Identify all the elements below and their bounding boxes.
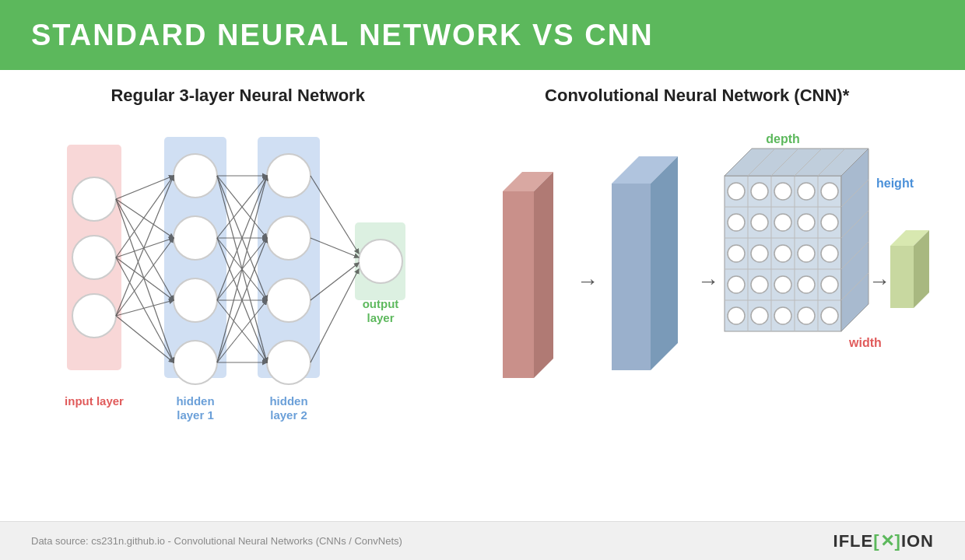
svg-point-79	[774, 214, 791, 231]
svg-text:width: width	[848, 336, 882, 349]
svg-text:→: →	[577, 269, 598, 293]
svg-point-90	[798, 276, 815, 293]
logo-bracket-close: ]	[895, 531, 901, 551]
header: STANDARD NEURAL NETWORK VS CNN	[0, 0, 965, 70]
svg-point-92	[728, 307, 745, 324]
svg-point-75	[798, 183, 815, 200]
svg-point-86	[821, 245, 838, 262]
svg-point-6	[72, 294, 116, 338]
nn-diagram: input layer hidden layer 1 hidden layer …	[44, 114, 433, 448]
svg-point-78	[751, 214, 768, 231]
svg-text:hidden: hidden	[269, 394, 307, 408]
svg-text:→: →	[868, 269, 890, 293]
cnn-diagram: → →	[464, 114, 931, 448]
svg-point-87	[728, 276, 745, 293]
svg-point-14	[267, 341, 311, 384]
svg-text:output: output	[362, 297, 398, 310]
svg-text:depth: depth	[766, 132, 800, 145]
svg-point-93	[751, 307, 768, 324]
logo-bracket-open: [	[873, 531, 879, 551]
svg-point-83	[751, 245, 768, 262]
svg-marker-103	[841, 149, 868, 331]
footer: Data source: cs231n.github.io - Convolut…	[0, 521, 965, 560]
svg-text:layer 2: layer 2	[270, 408, 307, 422]
svg-text:height: height	[876, 177, 914, 190]
right-section-title: Convolutional Neural Network (CNN)*	[545, 86, 849, 106]
svg-point-77	[728, 214, 745, 231]
svg-point-72	[728, 183, 745, 200]
svg-point-4	[72, 177, 116, 221]
svg-point-76	[821, 183, 838, 200]
svg-text:input layer: input layer	[65, 394, 124, 408]
left-section-title: Regular 3-layer Neural Network	[111, 86, 364, 106]
svg-point-88	[751, 276, 768, 293]
svg-text:layer: layer	[367, 311, 394, 324]
svg-marker-61	[651, 156, 678, 370]
svg-point-81	[821, 214, 838, 231]
svg-text:hidden: hidden	[176, 394, 214, 408]
svg-point-11	[267, 154, 311, 198]
svg-point-5	[72, 236, 116, 279]
svg-point-94	[774, 307, 791, 324]
svg-point-13	[267, 278, 311, 322]
svg-point-91	[821, 276, 838, 293]
svg-marker-55	[503, 191, 534, 378]
main-content: Regular 3-layer Neural Network	[0, 70, 965, 521]
svg-point-74	[774, 183, 791, 200]
svg-point-10	[174, 341, 217, 384]
svg-point-8	[174, 216, 217, 260]
svg-point-73	[751, 183, 768, 200]
svg-point-95	[798, 307, 815, 324]
svg-point-96	[821, 307, 838, 324]
page-title: STANDARD NEURAL NETWORK VS CNN	[31, 19, 654, 52]
svg-text:→: →	[697, 269, 719, 293]
svg-point-85	[798, 245, 815, 262]
left-panel: Regular 3-layer Neural Network	[23, 86, 452, 513]
svg-point-7	[174, 154, 217, 198]
svg-point-15	[359, 240, 402, 283]
svg-point-89	[774, 276, 791, 293]
svg-point-12	[267, 216, 311, 260]
svg-point-80	[798, 214, 815, 231]
right-panel: Convolutional Neural Network (CNN)* →	[452, 86, 942, 513]
svg-marker-57	[534, 172, 553, 378]
svg-point-84	[774, 245, 791, 262]
svg-point-9	[174, 278, 217, 322]
svg-marker-59	[612, 184, 651, 370]
footer-source: Data source: cs231n.github.io - Convolut…	[31, 535, 402, 547]
svg-text:layer 1: layer 1	[177, 408, 214, 422]
svg-marker-112	[890, 246, 914, 308]
logo: IFLE[✕]ION	[833, 531, 934, 551]
svg-point-82	[728, 245, 745, 262]
logo-x: ✕	[880, 531, 895, 551]
